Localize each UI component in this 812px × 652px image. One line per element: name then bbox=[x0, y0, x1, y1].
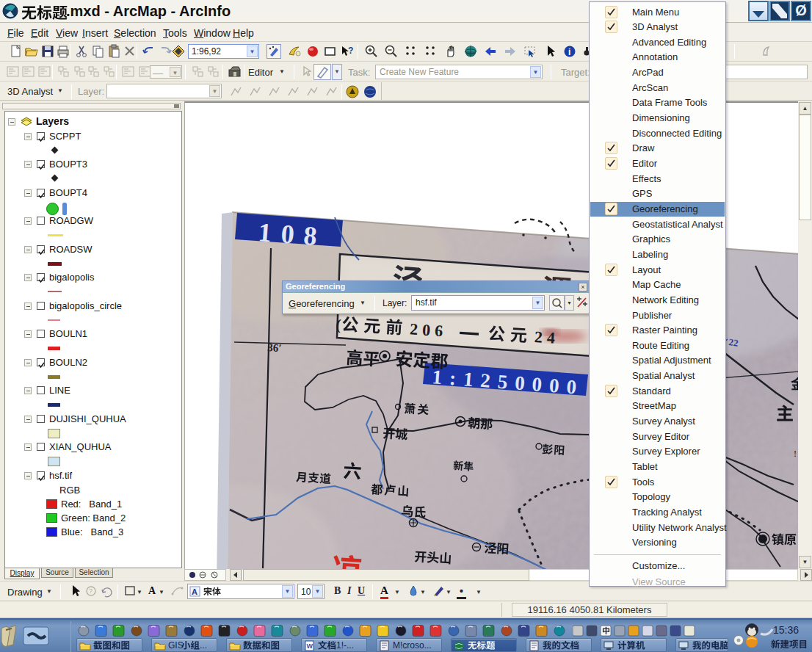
svg-text:!: ! bbox=[794, 449, 797, 459]
svg-text:24: 24 bbox=[534, 327, 560, 347]
svg-text:?: ? bbox=[348, 46, 353, 56]
svg-text:i: i bbox=[568, 47, 570, 57]
svg-text:A: A bbox=[192, 587, 197, 596]
svg-text:108: 108 bbox=[257, 217, 327, 252]
svg-text:36′: 36′ bbox=[267, 341, 282, 354]
svg-text:22: 22 bbox=[728, 336, 739, 349]
svg-text:206: 206 bbox=[409, 319, 447, 340]
svg-text:W: W bbox=[307, 642, 313, 650]
svg-text:?: ? bbox=[89, 587, 93, 595]
